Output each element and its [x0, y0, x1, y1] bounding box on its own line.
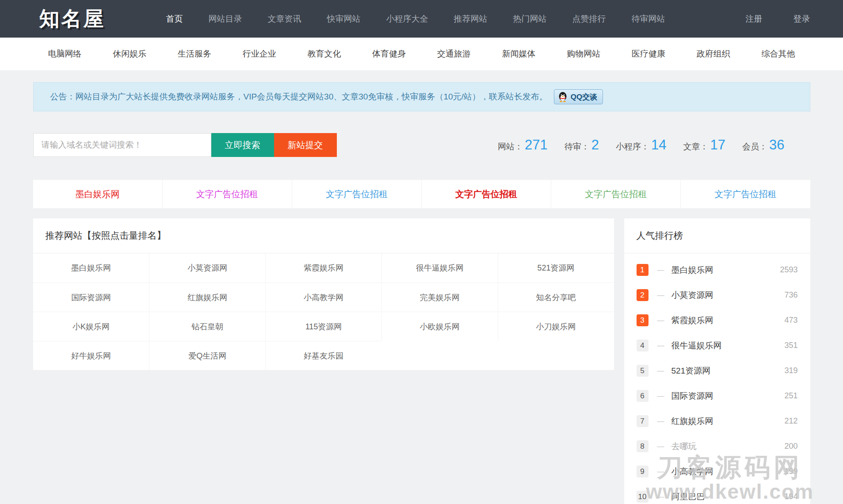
- category-other[interactable]: 综合其他: [761, 48, 795, 60]
- rank-site-link[interactable]: 墨白娱乐网: [671, 264, 713, 276]
- recommended-site-link[interactable]: 好基友乐园: [265, 341, 381, 370]
- recommended-site-link[interactable]: 很牛逼娱乐网: [381, 253, 498, 283]
- category-leisure-entertainment[interactable]: 休闲娱乐: [113, 48, 146, 60]
- category-shopping[interactable]: 购物网站: [567, 48, 600, 60]
- rank-site-link[interactable]: 很牛逼娱乐网: [671, 340, 722, 351]
- rank-site-link[interactable]: 小莫资源网: [671, 290, 713, 301]
- nav-item-site-directory[interactable]: 网站目录: [196, 13, 255, 25]
- rank-item-8[interactable]: 8 — 去哪玩 200: [624, 434, 810, 459]
- rank-trend-dash-icon: —: [657, 367, 664, 375]
- rank-site-link[interactable]: 阿里巴巴: [671, 491, 705, 503]
- rank-badge: 9: [637, 466, 648, 477]
- rank-item-9[interactable]: 9 — 小高教学网 199: [624, 459, 810, 484]
- ad-link-4[interactable]: 文字广告位招租: [421, 180, 551, 208]
- rank-badge: 1: [637, 264, 648, 276]
- rank-site-link[interactable]: 521资源网: [671, 365, 711, 377]
- stat-articles-value: 17: [710, 137, 725, 153]
- rank-item-10[interactable]: 10 — 阿里巴巴 194: [624, 484, 810, 504]
- rank-trend-dash-icon: —: [657, 417, 664, 425]
- category-computer-network[interactable]: 电脑网络: [48, 48, 82, 60]
- nav-item-articles[interactable]: 文章资讯: [255, 13, 314, 25]
- recommended-site-link[interactable]: 知名分享吧: [498, 283, 614, 312]
- recommended-site-link[interactable]: 紫霞娱乐网: [265, 253, 381, 283]
- category-sports-fitness[interactable]: 体育健身: [372, 48, 406, 60]
- category-life-services[interactable]: 生活服务: [178, 48, 211, 60]
- rank-trend-dash-icon: —: [657, 266, 664, 274]
- ad-link-3[interactable]: 文字广告位招租: [292, 180, 421, 208]
- search-button[interactable]: 立即搜索: [211, 133, 274, 157]
- ad-link-5[interactable]: 文字广告位招租: [551, 180, 680, 208]
- recommended-site-link[interactable]: 小高教学网: [265, 283, 381, 312]
- rank-item-4[interactable]: 4 — 很牛逼娱乐网 351: [624, 333, 810, 358]
- category-industry-enterprise[interactable]: 行业企业: [243, 48, 276, 60]
- rank-item-2[interactable]: 2 — 小莫资源网 736: [624, 283, 810, 308]
- rank-site-link[interactable]: 紫霞娱乐网: [671, 315, 713, 326]
- nav-item-mini-programs[interactable]: 小程序大全: [374, 13, 441, 25]
- ad-link-2[interactable]: 文字广告位招租: [162, 180, 292, 208]
- recommended-site-link[interactable]: 521资源网: [498, 253, 614, 283]
- rank-site-link[interactable]: 小高教学网: [671, 466, 713, 477]
- recommended-site-link[interactable]: 小K娱乐网: [33, 312, 149, 341]
- rank-site-link[interactable]: 去哪玩: [671, 441, 697, 452]
- category-news-media[interactable]: 新闻媒体: [502, 48, 536, 60]
- recommended-site-link[interactable]: 好牛娱乐网: [33, 341, 149, 370]
- rank-badge: 4: [637, 340, 648, 351]
- rank-count: 251: [784, 391, 797, 401]
- nav-item-pending-sites[interactable]: 待审网站: [619, 13, 678, 25]
- recommended-site-link[interactable]: 小刀娱乐网: [498, 312, 614, 341]
- category-nav: 电脑网络 休闲娱乐 生活服务 行业企业 教育文化 体育健身 交通旅游 新闻媒体 …: [0, 38, 843, 70]
- category-government[interactable]: 政府组织: [697, 48, 730, 60]
- recommended-site-link[interactable]: 115资源网: [265, 312, 381, 341]
- recommended-site-link[interactable]: 完美娱乐网: [381, 283, 498, 312]
- nav-item-like-ranking[interactable]: 点赞排行: [560, 13, 619, 25]
- qq-chat-label: QQ交谈: [571, 92, 597, 102]
- recommended-site-link[interactable]: 墨白娱乐网: [33, 253, 149, 283]
- rank-site-link[interactable]: 红旗娱乐网: [671, 416, 713, 427]
- recommended-site-link[interactable]: 小欧娱乐网: [381, 312, 498, 341]
- site-logo[interactable]: 知名屋: [39, 5, 106, 33]
- site-stats: 网站： 271 待审： 2 小程序： 14 文章： 17 会员： 36: [481, 137, 784, 153]
- top-navbar: 知名屋 首页 网站目录 文章资讯 快审网站 小程序大全 推荐网站 热门网站 点赞…: [0, 0, 843, 38]
- rank-item-1[interactable]: 1 — 墨白娱乐网 2593: [624, 257, 810, 283]
- register-link[interactable]: 注册: [746, 13, 763, 25]
- rank-site-link[interactable]: 国际资源网: [671, 390, 713, 402]
- rank-item-6[interactable]: 6 — 国际资源网 251: [624, 383, 810, 409]
- rank-item-5[interactable]: 5 — 521资源网 319: [624, 358, 810, 383]
- rank-badge: 6: [637, 390, 648, 402]
- recommended-site-link[interactable]: 国际资源网: [33, 283, 149, 312]
- rank-badge: 8: [637, 440, 648, 452]
- stat-websites-value: 271: [525, 137, 548, 153]
- rank-count: 194: [784, 492, 797, 501]
- recommended-site-link[interactable]: 爱Q生活网: [149, 341, 265, 370]
- rank-count: 319: [784, 366, 797, 375]
- search-section: 立即搜索 新站提交 网站： 271 待审： 2 小程序： 14 文章： 17 会…: [33, 133, 810, 157]
- main-nav: 首页 网站目录 文章资讯 快审网站 小程序大全 推荐网站 热门网站 点赞排行 待…: [153, 13, 678, 25]
- stat-mini-programs-value: 14: [651, 137, 666, 153]
- rank-count: 351: [784, 341, 797, 350]
- ad-link-1[interactable]: 墨白娱乐网: [33, 180, 162, 208]
- rank-trend-dash-icon: —: [657, 317, 664, 325]
- nav-item-home[interactable]: 首页: [153, 13, 196, 25]
- rank-trend-dash-icon: —: [657, 443, 664, 451]
- category-travel[interactable]: 交通旅游: [437, 48, 471, 60]
- qq-penguin-icon: [558, 92, 568, 102]
- nav-item-hot-sites[interactable]: 热门网站: [500, 13, 560, 25]
- search-input[interactable]: [33, 133, 211, 157]
- category-medical-health[interactable]: 医疗健康: [632, 48, 665, 60]
- recommended-site-link[interactable]: 小莫资源网: [149, 253, 265, 283]
- category-education-culture[interactable]: 教育文化: [307, 48, 341, 60]
- nav-item-recommended[interactable]: 推荐网站: [441, 13, 500, 25]
- submit-site-button[interactable]: 新站提交: [274, 133, 337, 157]
- recommended-site-link[interactable]: 钻石皇朝: [149, 312, 265, 341]
- login-link[interactable]: 登录: [793, 13, 810, 25]
- rank-count: 2593: [780, 265, 797, 275]
- ad-link-6[interactable]: 文字广告位招租: [680, 180, 810, 208]
- popularity-ranking-list: 1 — 墨白娱乐网 2593 2 — 小莫资源网 736 3 — 紫霞娱乐网 4…: [624, 253, 810, 504]
- rank-item-7[interactable]: 7 — 红旗娱乐网 212: [624, 409, 810, 434]
- nav-item-fast-review[interactable]: 快审网站: [314, 13, 374, 25]
- rank-badge: 7: [637, 415, 648, 427]
- qq-chat-button[interactable]: QQ交谈: [554, 89, 603, 104]
- rank-item-3[interactable]: 3 — 紫霞娱乐网 473: [624, 308, 810, 333]
- recommended-site-link[interactable]: 红旗娱乐网: [149, 283, 265, 312]
- stat-mini-programs: 小程序： 14: [616, 137, 666, 153]
